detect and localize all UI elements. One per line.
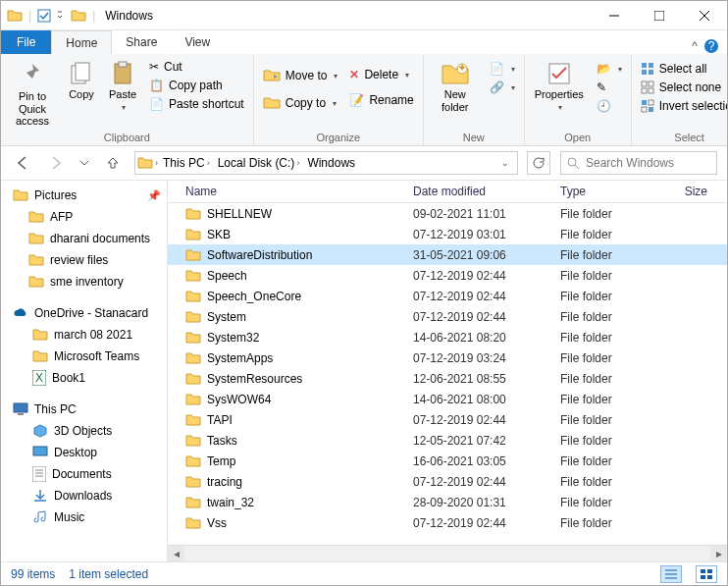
details-view-button[interactable]	[660, 565, 682, 583]
history-button[interactable]: 🕘	[592, 98, 627, 114]
paste-button[interactable]: Paste ▾	[103, 57, 142, 112]
checkbox-qat-icon[interactable]	[37, 9, 51, 23]
group-label: Select	[636, 130, 728, 145]
chevron-down-icon[interactable]: ⌄	[495, 158, 515, 168]
column-name[interactable]: Name	[168, 185, 413, 198]
content-area: Pictures📌 AFP dharani documents review f…	[1, 180, 727, 561]
folder-icon	[71, 8, 86, 24]
status-selected-count: 1 item selected	[69, 567, 148, 581]
new-item-button[interactable]: 📄▾	[485, 61, 520, 77]
properties-button[interactable]: Properties ▾	[529, 57, 590, 112]
svg-text:✦: ✦	[457, 61, 467, 75]
new-folder-button[interactable]: ✦ New folder	[428, 57, 483, 113]
sidebar-item-downloads[interactable]: Downloads	[1, 485, 167, 506]
column-headers[interactable]: Name Date modified Type Size	[168, 181, 727, 203]
sidebar-item-desktop[interactable]: Desktop	[1, 442, 167, 463]
sidebar-item-documents[interactable]: Documents	[1, 463, 167, 485]
sidebar-item-pictures[interactable]: Pictures📌	[1, 185, 167, 206]
scroll-right-icon[interactable]: ▸	[710, 546, 727, 562]
tab-file[interactable]: File	[1, 30, 51, 54]
sidebar-item-review[interactable]: review files	[1, 249, 167, 271]
navigation-pane[interactable]: Pictures📌 AFP dharani documents review f…	[1, 181, 168, 561]
table-row[interactable]: SysWOW6414-06-2021 08:00File folder	[168, 389, 727, 409]
sidebar-item-music[interactable]: Music	[1, 506, 167, 528]
file-date: 14-06-2021 08:00	[413, 393, 560, 406]
breadcrumb[interactable]: Local Disk (C:)›	[215, 156, 303, 170]
table-row[interactable]: SoftwareDistribution31-05-2021 09:06File…	[168, 244, 727, 265]
copy-button[interactable]: Copy	[62, 57, 101, 101]
copy-to-button[interactable]: Copy to▾	[258, 94, 343, 112]
invert-selection-button[interactable]: Invert selection	[636, 98, 728, 114]
search-input[interactable]: Search Windows	[560, 151, 717, 175]
delete-icon: ✕	[349, 68, 359, 81]
copy-path-button[interactable]: 📋Copy path	[144, 78, 249, 93]
open-button[interactable]: 📂▾	[592, 61, 627, 77]
sidebar-item-thispc[interactable]: This PC	[1, 399, 167, 420]
scroll-left-icon[interactable]: ◂	[168, 546, 184, 562]
horizontal-scrollbar[interactable]: ◂ ▸	[168, 545, 727, 561]
table-row[interactable]: System3214-06-2021 08:20File folder	[168, 327, 727, 347]
column-size[interactable]: Size	[658, 185, 717, 198]
tab-share[interactable]: Share	[112, 30, 171, 54]
table-row[interactable]: tracing07-12-2019 02:44File folder	[168, 471, 727, 492]
sidebar-item-dharani[interactable]: dharani documents	[1, 228, 167, 249]
table-row[interactable]: Temp16-06-2021 03:05File folder	[168, 451, 727, 471]
table-row[interactable]: Vss07-12-2019 02:44File folder	[168, 512, 727, 533]
file-type: File folder	[560, 372, 658, 386]
file-type: File folder	[560, 290, 658, 303]
select-none-button[interactable]: Select none	[636, 80, 728, 95]
table-row[interactable]: twain_3228-09-2020 01:31File folder	[168, 492, 727, 512]
move-to-button[interactable]: Move to▾	[258, 67, 343, 84]
up-button[interactable]	[101, 151, 125, 175]
forward-button[interactable]	[44, 151, 68, 175]
table-row[interactable]: TAPI07-12-2019 02:44File folder	[168, 409, 727, 430]
file-name: twain_32	[207, 496, 254, 509]
close-button[interactable]	[682, 1, 727, 30]
help-icon[interactable]: ?	[703, 38, 719, 54]
refresh-button[interactable]	[527, 151, 550, 175]
sidebar-item-msteams[interactable]: Microsoft Teams	[1, 346, 167, 367]
qat-separator: |	[28, 9, 31, 23]
table-row[interactable]: Tasks12-05-2021 07:42File folder	[168, 430, 727, 451]
back-button[interactable]	[11, 151, 34, 175]
minimize-button[interactable]	[592, 1, 637, 30]
pin-to-quick-access-button[interactable]: Pin to Quick access	[5, 57, 60, 128]
table-row[interactable]: SHELLNEW09-02-2021 11:01File folder	[168, 203, 727, 224]
breadcrumb[interactable]: This PC›	[160, 156, 213, 170]
column-date[interactable]: Date modified	[413, 185, 560, 198]
table-row[interactable]: SKB07-12-2019 03:01File folder	[168, 224, 727, 244]
address-box[interactable]: › This PC› Local Disk (C:)› Windows ⌄	[134, 151, 518, 175]
cut-button[interactable]: ✂Cut	[144, 59, 249, 75]
folder-icon	[28, 252, 44, 268]
sidebar-item-onedrive[interactable]: OneDrive - Stanacard	[1, 302, 167, 324]
maximize-button[interactable]	[637, 1, 682, 30]
delete-button[interactable]: ✕Delete▾	[344, 67, 418, 82]
edit-button[interactable]: ✎	[592, 80, 627, 95]
column-type[interactable]: Type	[560, 185, 658, 198]
tab-view[interactable]: View	[171, 30, 224, 54]
breadcrumb[interactable]: Windows	[304, 156, 358, 170]
sidebar-item-3dobjects[interactable]: 3D Objects	[1, 420, 167, 442]
easy-access-button[interactable]: 🔗▾	[485, 80, 520, 95]
group-label: Clipboard	[5, 130, 249, 145]
sidebar-item-sme[interactable]: sme inventory	[1, 271, 167, 293]
chevron-right-icon[interactable]: ›	[155, 158, 158, 168]
select-all-button[interactable]: Select all	[636, 61, 728, 77]
qat-dropdown-icon[interactable]	[57, 9, 65, 23]
table-row[interactable]: System07-12-2019 02:44File folder	[168, 306, 727, 327]
file-rows[interactable]: SHELLNEW09-02-2021 11:01File folderSKB07…	[168, 203, 727, 545]
chevron-up-icon[interactable]: ^	[692, 39, 698, 53]
sidebar-item-book1[interactable]: XBook1	[1, 367, 167, 389]
rename-button[interactable]: 📝Rename	[344, 92, 418, 108]
svg-rect-12	[649, 63, 653, 68]
sidebar-item-afp[interactable]: AFP	[1, 206, 167, 228]
table-row[interactable]: SystemApps07-12-2019 03:24File folder	[168, 347, 727, 368]
recent-locations-button[interactable]	[78, 151, 91, 175]
table-row[interactable]: Speech_OneCore07-12-2019 02:44File folde…	[168, 286, 727, 306]
large-icons-view-button[interactable]	[696, 565, 717, 583]
tab-home[interactable]: Home	[51, 30, 112, 54]
paste-shortcut-button[interactable]: 📄Paste shortcut	[144, 96, 249, 112]
sidebar-item-march[interactable]: march 08 2021	[1, 324, 167, 346]
table-row[interactable]: Speech07-12-2019 02:44File folder	[168, 265, 727, 286]
table-row[interactable]: SystemResources12-06-2021 08:55File fold…	[168, 368, 727, 389]
